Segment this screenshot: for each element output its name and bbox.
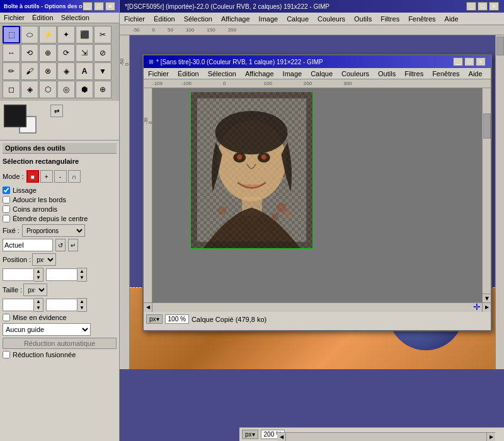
by-color-tool[interactable]: ⬛	[76, 26, 93, 43]
size-h-input[interactable]: 727	[46, 299, 77, 311]
main-canvas[interactable]: ⊠ * [Sans titre]-30.0 (Couleur RVB, 1 ca…	[130, 35, 495, 369]
mode-intersect-button[interactable]: ∩	[68, 170, 81, 183]
main-menu-affichage[interactable]: Affichage	[219, 14, 252, 23]
main-unit-selector[interactable]: px▾	[242, 430, 258, 439]
sub-menu-aide[interactable]: Aide	[467, 69, 484, 78]
etendre-checkbox[interactable]	[3, 215, 10, 222]
sub-canvas-inner[interactable]: ▼	[152, 88, 491, 302]
dodge-tool[interactable]: ⬢	[76, 81, 93, 98]
shear-tool[interactable]: ⊘	[94, 44, 112, 62]
sub-scroll-right-button[interactable]: ▶	[482, 303, 491, 312]
auto-reduce-button[interactable]: Réduction automatique	[3, 338, 117, 349]
blur-tool[interactable]: ◎	[57, 81, 75, 98]
sub-menu-couleurs[interactable]: Couleurs	[340, 69, 371, 78]
close-button[interactable]: ×	[105, 2, 115, 11]
pos-y-spinner[interactable]: ▲ ▼	[77, 268, 87, 282]
size-h-spinner[interactable]: ▲ ▼	[77, 298, 87, 312]
swap-colors-button[interactable]: ⇄	[50, 105, 63, 117]
canvas-move-icon[interactable]: ✛	[473, 302, 481, 311]
main-menu-aide[interactable]: Aide	[443, 14, 461, 23]
position-unit[interactable]: px▾	[32, 253, 56, 266]
main-menu-fichier[interactable]: Fichier	[122, 14, 147, 23]
sub-menu-selection[interactable]: Sélection	[206, 69, 238, 78]
pos-y-down[interactable]: ▼	[77, 275, 86, 281]
fixe-dropdown[interactable]: Proportions	[22, 224, 85, 237]
pos-x-down[interactable]: ▼	[34, 275, 43, 281]
sub-unit-selector[interactable]: px▾	[146, 314, 163, 324]
main-menu-outils[interactable]: Outils	[352, 14, 374, 23]
main-menu-calque[interactable]: Calque	[285, 14, 311, 23]
lissage-checkbox[interactable]	[3, 186, 10, 194]
size-h-down[interactable]: ▼	[77, 305, 86, 311]
sub-canvas[interactable]: -30 0 100	[144, 88, 491, 302]
sub-menu-outils[interactable]: Outils	[376, 69, 398, 78]
main-scroll-thumb-v[interactable]	[496, 37, 504, 55]
mise-en-evidence-checkbox[interactable]	[3, 314, 10, 321]
eraser-tool[interactable]: ⊗	[39, 62, 57, 80]
crop-tool[interactable]: ⊕	[39, 44, 57, 62]
mode-add-button[interactable]: +	[40, 170, 53, 183]
fill-tool[interactable]: ▼	[94, 62, 112, 80]
sub-menu-filtres[interactable]: Filtres	[403, 69, 425, 78]
pos-x-up[interactable]: ▲	[34, 268, 43, 275]
sub-menu-calque[interactable]: Calque	[309, 69, 335, 78]
actuel-input[interactable]	[3, 239, 53, 251]
free-select-tool[interactable]: ⚡	[39, 26, 57, 43]
main-scroll-left-button[interactable]: ◀	[277, 433, 286, 442]
main-close-button[interactable]: ×	[489, 2, 499, 11]
foreground-color[interactable]	[4, 105, 26, 127]
toolbox-menu-selection[interactable]: Sélection	[60, 13, 91, 22]
pos-x-spinner[interactable]: ▲ ▼	[34, 268, 43, 282]
pos-y-up[interactable]: ▲	[77, 268, 86, 275]
mode-subtract-button[interactable]: -	[54, 170, 67, 183]
main-maximize-button[interactable]: □	[478, 2, 488, 11]
fuzzy-select-tool[interactable]: ✦	[57, 26, 75, 43]
main-menu-filtres[interactable]: Filtres	[379, 14, 401, 23]
text-tool[interactable]: A	[76, 62, 93, 80]
sub-close-button[interactable]: ×	[476, 57, 486, 66]
sub-scroll-left-button[interactable]: ◀	[144, 303, 152, 312]
reduction-fusionnee-checkbox[interactable]	[3, 351, 10, 358]
rotate-tool[interactable]: ⟳	[57, 44, 75, 62]
maximize-button[interactable]: □	[94, 2, 104, 11]
rect-select-tool[interactable]: ⬚	[3, 26, 20, 43]
scissors-tool[interactable]: ✂	[94, 26, 112, 43]
toolbox-menu-edition[interactable]: Édition	[31, 13, 55, 22]
actuel-reset-button[interactable]: ↺	[55, 239, 66, 251]
size-w-spinner[interactable]: ▲ ▼	[34, 298, 43, 312]
main-menu-couleurs[interactable]: Couleurs	[316, 14, 347, 23]
align-tool[interactable]: ⟲	[21, 44, 38, 62]
sub-scroll-thumb-v[interactable]	[483, 113, 491, 139]
size-h-up[interactable]: ▲	[77, 299, 86, 305]
sub-menu-image[interactable]: Image	[281, 69, 304, 78]
smudge-tool[interactable]: ⊕	[94, 81, 112, 98]
sub-menu-fichier[interactable]: Fichier	[146, 69, 171, 78]
size-w-input[interactable]: 835	[3, 299, 34, 311]
size-w-down[interactable]: ▼	[34, 305, 43, 311]
pos-y-input[interactable]: 2	[46, 268, 77, 281]
sub-menu-affichage[interactable]: Affichage	[243, 69, 276, 78]
sub-menu-fenetres[interactable]: Fenêtres	[430, 69, 461, 78]
main-menu-image[interactable]: Image	[257, 14, 280, 23]
toolbox-menu-fichier[interactable]: Fichier	[3, 13, 26, 22]
sub-scroll-down-button[interactable]: ▼	[483, 294, 491, 302]
minimize-button[interactable]: _	[83, 2, 93, 11]
scale-tool[interactable]: ⇲	[76, 44, 93, 62]
main-scrollbar-h[interactable]: ◀ ▶	[277, 432, 495, 441]
clone-tool[interactable]: ◻	[3, 81, 20, 98]
coins-checkbox[interactable]	[3, 205, 10, 213]
main-menu-edition[interactable]: Édition	[152, 14, 177, 23]
size-w-up[interactable]: ▲	[34, 299, 43, 305]
main-scrollbar-v[interactable]	[495, 35, 504, 369]
main-minimize-button[interactable]: _	[466, 2, 476, 11]
airbrush-tool[interactable]: ◈	[57, 62, 75, 80]
heal-tool[interactable]: ◈	[21, 81, 38, 98]
ellipse-select-tool[interactable]: ⬭	[21, 26, 38, 43]
brush-tool[interactable]: 🖌	[21, 62, 38, 80]
mode-replace-button[interactable]: ■	[26, 170, 39, 183]
guide-dropdown[interactable]: Aucun guide	[3, 323, 91, 336]
main-menu-selection[interactable]: Sélection	[182, 14, 214, 23]
sub-maximize-button[interactable]: □	[464, 57, 474, 66]
taille-unit[interactable]: px▾	[23, 284, 47, 296]
sub-menu-edition[interactable]: Édition	[176, 69, 201, 78]
